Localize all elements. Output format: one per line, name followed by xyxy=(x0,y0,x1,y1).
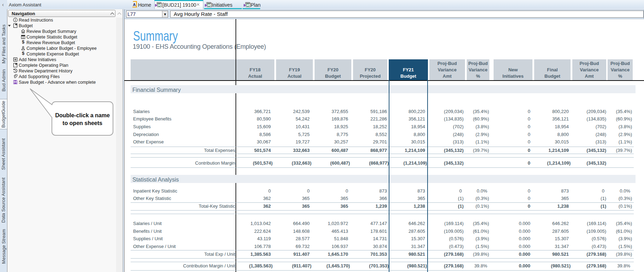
svg-text:A: A xyxy=(133,2,136,7)
